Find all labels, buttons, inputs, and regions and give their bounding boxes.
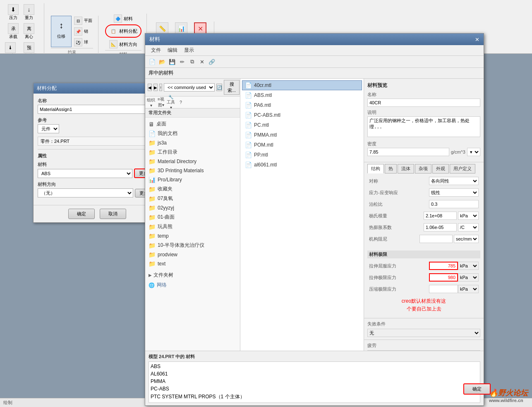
file-pp[interactable]: 📄 PP.mtl (242, 150, 362, 160)
youngs-row: 杨氏模量 kPa (367, 211, 480, 221)
youngs-input[interactable] (424, 212, 457, 220)
tab-user-def[interactable]: 用户定义 (450, 164, 475, 173)
tensile-ult-unit-select[interactable]: kPa (458, 273, 479, 282)
toolbar-link-btn[interactable]: 🔗 (207, 57, 216, 66)
folder-desktop[interactable]: 🖥 桌面 (145, 119, 240, 129)
material-select[interactable]: ABS (38, 169, 132, 178)
poisson-input[interactable] (429, 200, 479, 208)
model-mat-ptc[interactable]: PTC SYSTEM MTRL PROPS（1 个主体） (151, 393, 478, 401)
tab-appearance[interactable]: 外观 (432, 164, 449, 173)
menu-edit[interactable]: 编辑 (164, 46, 181, 55)
tab-thermal[interactable]: 热 (385, 164, 397, 173)
model-mat-al6061[interactable]: AL6061 (151, 370, 478, 378)
folder-02yyzyj[interactable]: 📁 02yyzyj (145, 203, 240, 212)
toolbar-save-btn[interactable]: 💾 (168, 57, 177, 66)
path-back-btn[interactable]: ◀ (148, 84, 152, 91)
folder-tools-btn[interactable]: 🔧工具▾ (166, 98, 175, 107)
material-assign-btn[interactable]: 📋 材料分配 (108, 26, 138, 36)
mech-damping-input[interactable] (419, 235, 453, 243)
bearing-btn[interactable]: 承 承载 (6, 22, 20, 41)
folder-3d-printing[interactable]: 📁 3D Printing Materials (145, 166, 240, 175)
folder-toy-bear[interactable]: 📁 玩具熊 (145, 222, 240, 231)
cancel-btn[interactable]: 取消 (100, 209, 126, 219)
toolbar-copy-btn[interactable]: ⧉ (187, 57, 197, 66)
folder-js3a[interactable]: 📁 js3a (145, 138, 240, 147)
gravity-btn[interactable]: ↓ 重力 (22, 3, 36, 22)
material-dir-btn[interactable]: 📐 材料方向 (108, 39, 138, 49)
folder-tree-toggle[interactable]: ▶ 文件夹树 (145, 270, 240, 280)
mech-damping-unit-select[interactable]: sec/mm (454, 235, 479, 243)
file-pom[interactable]: 📄 POM.mtl (242, 140, 362, 150)
file-abs[interactable]: 📄 ABS.mtl (242, 90, 362, 100)
folder-01-surface[interactable]: 📁 01-曲面 (145, 212, 240, 222)
failure-select[interactable]: 无 (367, 329, 480, 337)
mat-dir-select[interactable]: （无） (38, 188, 133, 197)
preview-name-input[interactable] (367, 99, 480, 107)
path-forward-btn[interactable]: ▶ (153, 84, 158, 91)
compress-input[interactable] (429, 285, 458, 293)
compress-unit-select[interactable]: kPa (458, 285, 479, 293)
tab-structure[interactable]: 结构 (367, 164, 384, 173)
file-pa6[interactable]: 📄 PA6.mtl (242, 100, 362, 110)
symmetry-select[interactable]: 各向同性 (429, 177, 479, 185)
density-input[interactable] (367, 148, 449, 156)
folder-workdir[interactable]: 📁 工作目录 (145, 147, 240, 157)
toolbar-new-btn[interactable]: 📄 (148, 57, 157, 66)
material-preview-section: 材料预览 名称 说明 广泛应用的钢种之一，价格适中，加工容易，热处理... 密度… (364, 79, 484, 162)
stress-strain-select[interactable]: 线性 (429, 188, 479, 197)
ref-type-select[interactable]: 元件 (38, 124, 59, 133)
path-dropdown[interactable]: << commonly used (164, 83, 215, 92)
folder-material-dir[interactable]: 📁 Material Directory (145, 157, 240, 166)
tensile-yield-input[interactable] (429, 262, 458, 270)
path-up-btn[interactable]: ↑ (159, 84, 162, 91)
tab-misc[interactable]: 杂项 (415, 164, 431, 173)
model-mat-pmma[interactable]: PMMA (151, 378, 478, 385)
preview-desc-input[interactable]: 广泛应用的钢种之一，价格适中，加工容易，热处理... (367, 116, 480, 137)
name-input[interactable] (38, 105, 146, 114)
file-pmma[interactable]: 📄 PMMA.mtl (242, 130, 362, 140)
folder-mydocs[interactable]: 📄 我的文档 (145, 129, 240, 138)
plane-btn[interactable]: ⊟ 平面 (73, 16, 93, 26)
displacement-btn[interactable]: ↕ 位移 (51, 16, 72, 47)
pin-btn[interactable]: 📌 销 (73, 26, 93, 36)
network-item[interactable]: 🌐 网络 (145, 280, 240, 290)
folder-prodview[interactable]: 📁 prodview (145, 250, 240, 259)
pressure-btn[interactable]: ⬇ 压力 (6, 3, 20, 22)
thermal-unit-select[interactable]: /C (458, 223, 479, 231)
density-unit-select[interactable]: ▾ (467, 148, 480, 156)
mat-library-close-icon[interactable]: ✕ (475, 36, 479, 43)
folder-view-btn[interactable]: ≡视图▾ (156, 98, 165, 107)
search-btn[interactable]: 搜索... (224, 80, 240, 95)
menu-display[interactable]: 显示 (181, 46, 197, 55)
folder-organize-btn[interactable]: 组织▾ (146, 98, 156, 107)
tensile-ult-input[interactable] (429, 273, 458, 282)
path-refresh-btn[interactable]: 🔄 (216, 84, 222, 91)
folder-laser-therapy[interactable]: 📁 10-半导体激光治疗仪 (145, 241, 240, 250)
file-pc-abs[interactable]: 📄 PC-ABS.mtl (242, 110, 362, 120)
folder-favorites[interactable]: 📁 收藏夹 (145, 184, 240, 194)
folder-help-btn[interactable]: ? (176, 98, 185, 107)
tab-fluid[interactable]: 流体 (398, 164, 414, 173)
file-40cr[interactable]: 📄 40cr.mtl (242, 80, 362, 90)
toolbar-open-btn[interactable]: 📂 (158, 57, 167, 66)
centrifugal-btn[interactable]: 离 离心 (22, 22, 36, 41)
file-al6061[interactable]: 📄 al6061.mtl (242, 160, 362, 170)
folder-text[interactable]: 📁 text (145, 259, 240, 268)
menu-file[interactable]: 文件 (148, 46, 164, 55)
folder-07ozone[interactable]: 📁 07臭氧 (145, 194, 240, 203)
text-folder-icon: 📁 (149, 260, 156, 267)
model-mat-pc-abs[interactable]: PC-ABS (151, 385, 478, 393)
model-mat-abs[interactable]: ABS (151, 363, 478, 370)
thermal-input[interactable] (424, 223, 457, 231)
file-pc[interactable]: 📄 PC.mtl (242, 120, 362, 130)
bottom-confirm-btn[interactable]: 确定 (463, 383, 491, 395)
toolbar-pencil-btn[interactable]: ✏ (177, 57, 187, 66)
folder-temp[interactable]: 📁 temp (145, 231, 240, 241)
tensile-yield-unit-select[interactable]: kPa (458, 262, 479, 270)
confirm-btn[interactable]: 确定 (68, 209, 95, 219)
ball-btn[interactable]: ⚽ 球 (73, 37, 93, 47)
folder-pro-library[interactable]: 📊 Pro/Library (145, 175, 240, 184)
youngs-unit-select[interactable]: kPa (458, 212, 479, 220)
toolbar-delete-btn[interactable]: ✕ (197, 57, 206, 66)
material-btn[interactable]: 🔷 材料 (113, 14, 134, 24)
